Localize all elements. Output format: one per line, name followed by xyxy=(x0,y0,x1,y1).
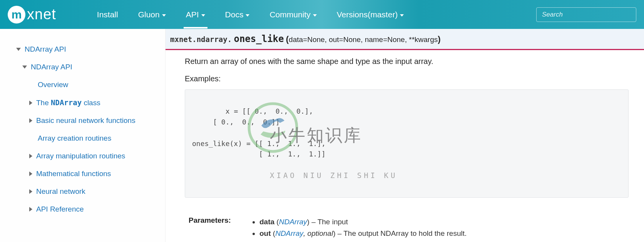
nav-community[interactable]: Community xyxy=(267,1,319,29)
code-text: x = [[ 0., 0., 0.], [ 0., 0., 0.]] ones_… xyxy=(192,107,326,158)
nav-api[interactable]: API xyxy=(184,1,207,29)
main-nav: Install Gluon API Docs Community Version… xyxy=(95,1,406,29)
sidebar-item-api-reference[interactable]: API Reference xyxy=(16,200,154,218)
chevron-down-icon xyxy=(162,14,166,17)
param-out: out (NDArray, optional) – The output NDA… xyxy=(259,228,625,239)
sidebar-item-label: NDArray API xyxy=(31,63,72,71)
sidebar-item-label: Array creation routines xyxy=(38,134,111,143)
sidebar-item-basic-nn[interactable]: Basic neural network functions xyxy=(16,112,154,129)
nav-gluon[interactable]: Gluon xyxy=(136,1,168,29)
sig-params: data=None, out=None, name=None, **kwargs xyxy=(289,35,438,44)
chevron-down-icon xyxy=(246,14,249,17)
sidebar-item-label: Neural network xyxy=(36,187,85,196)
sidebar-item-label: NDArray API xyxy=(25,45,66,54)
caret-closed-icon xyxy=(29,154,32,158)
caret-open-icon xyxy=(22,66,27,69)
sig-open-paren: ( xyxy=(286,34,289,44)
caret-closed-icon xyxy=(29,118,32,123)
logo-text: xnet xyxy=(27,6,56,23)
caret-closed-icon xyxy=(29,207,32,212)
ndarray-link[interactable]: NDArray xyxy=(275,229,303,237)
sig-close-paren: ) xyxy=(438,34,440,44)
sidebar-item-label: Basic neural network functions xyxy=(36,116,135,125)
nav-label: Install xyxy=(97,10,118,19)
caret-closed-icon xyxy=(29,189,32,194)
table-row: Parameters: data (NDArray) – The input o… xyxy=(185,211,629,242)
sidebar-item-ndarray-api-sub[interactable]: NDArray API xyxy=(16,58,154,76)
sidebar-item-array-creation[interactable]: Array creation routines xyxy=(16,129,154,147)
chevron-down-icon xyxy=(313,14,317,17)
parameters-label: Parameters: xyxy=(185,211,246,242)
ndarray-link[interactable]: NDArray xyxy=(279,218,307,226)
code-example: x = [[ 0., 0., 0.], [ 0., 0., 0.]] ones_… xyxy=(185,89,629,198)
watermark xyxy=(201,86,304,172)
search-input[interactable] xyxy=(536,7,636,22)
function-signature: mxnet.ndarray. ones_like (data=None, out… xyxy=(166,29,644,50)
sidebar-item-array-manipulation[interactable]: Array manipulation routines xyxy=(16,147,154,165)
sig-module: mxnet.ndarray. xyxy=(170,35,232,44)
nav-docs[interactable]: Docs xyxy=(223,1,252,29)
header: m xnet Install Gluon API Docs Community … xyxy=(0,0,644,29)
sidebar-item-label: Mathematical functions xyxy=(36,170,111,178)
logo-badge: m xyxy=(8,6,25,24)
param-data: data (NDArray) – The input xyxy=(259,216,625,228)
parameters-value: data (NDArray) – The input out (NDArray,… xyxy=(246,211,629,242)
sidebar-item-ndarray-api[interactable]: NDArray API xyxy=(16,40,154,58)
caret-closed-icon xyxy=(29,171,32,176)
caret-closed-icon xyxy=(29,101,32,105)
sidebar-item-label: Overview xyxy=(38,81,68,89)
parameters-table: Parameters: data (NDArray) – The input o… xyxy=(185,211,629,242)
chevron-down-icon xyxy=(201,14,205,17)
examples-label: Examples: xyxy=(185,74,629,83)
sidebar-item-ndarray-class[interactable]: The NDArray class xyxy=(16,94,154,112)
nav-label: Versions(master) xyxy=(337,10,398,19)
main-content: mxnet.ndarray. ones_like (data=None, out… xyxy=(166,29,644,242)
watermark-en: XIAO NIU ZHI SHI KU xyxy=(270,170,397,181)
nav-label: Gluon xyxy=(138,10,160,19)
watermark-logo-icon xyxy=(242,97,304,158)
sidebar-item-overview[interactable]: Overview xyxy=(16,76,154,94)
chevron-down-icon xyxy=(400,14,404,17)
sidebar-item-label: The NDArray class xyxy=(36,98,100,107)
sidebar-item-neural-network[interactable]: Neural network xyxy=(16,183,154,200)
nav-label: API xyxy=(186,10,199,19)
caret-open-icon xyxy=(16,48,21,51)
nav-install[interactable]: Install xyxy=(95,1,120,29)
sig-name: ones_like xyxy=(234,34,284,44)
sidebar-item-label: API Reference xyxy=(36,205,84,213)
sidebar-item-math-functions[interactable]: Mathematical functions xyxy=(16,165,154,183)
nav-versions[interactable]: Versions(master) xyxy=(335,1,406,29)
function-description: Return an array of ones with the same sh… xyxy=(185,57,629,66)
sidebar-item-label: Array manipulation routines xyxy=(36,152,125,160)
search-wrap xyxy=(536,7,636,22)
sidebar: NDArray API NDArray API Overview The NDA… xyxy=(0,29,166,242)
logo[interactable]: m xnet xyxy=(8,6,56,24)
nav-label: Docs xyxy=(225,10,244,19)
nav-label: Community xyxy=(269,10,310,19)
